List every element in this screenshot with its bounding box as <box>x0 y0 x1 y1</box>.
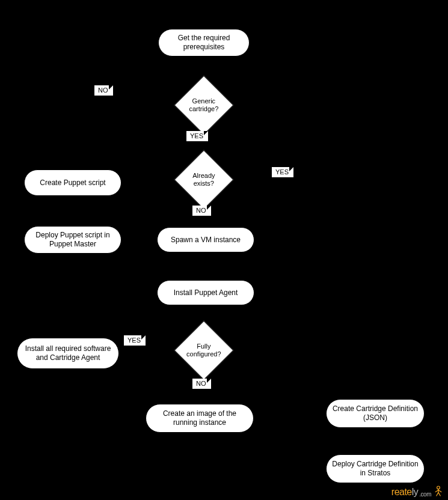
decision-already-exists: Already exists? <box>174 150 234 210</box>
node-get-prerequisites: Get the required prerequisites <box>158 29 250 56</box>
node-spawn-vm: Spawn a VM instance <box>157 227 254 252</box>
node-create-image: Create an image of the running instance <box>146 404 254 433</box>
svg-point-0 <box>437 486 440 489</box>
node-text: Deploy Cartridge Definition in Stratos <box>331 460 419 478</box>
node-text: Create Cartridge Definition (JSON) <box>331 404 419 422</box>
watermark-text-b: ly <box>412 487 419 498</box>
node-install-puppet-agent: Install Puppet Agent <box>157 280 254 305</box>
edge-label-generic-yes: YES <box>186 131 208 141</box>
node-text: Install Puppet Agent <box>174 288 238 297</box>
edge-label-exists-no: NO <box>192 206 211 216</box>
edge-label-configured-no: NO <box>192 379 211 389</box>
label-text: NO <box>196 207 206 214</box>
decision-fully-configured: Fully configured? <box>174 321 234 380</box>
node-text: Deploy Puppet script in Puppet Master <box>29 231 116 249</box>
edge-label-exists-yes: YES <box>272 167 293 177</box>
label-text: NO <box>98 87 108 94</box>
creately-watermark: reately .com <box>391 486 443 498</box>
decision-generic-cartridge: Generic cartridge? <box>174 76 234 135</box>
node-text: Generic cartridge? <box>183 97 224 113</box>
edge-label-generic-no: NO <box>94 85 113 96</box>
node-text: Create an image of the running instance <box>151 409 248 427</box>
label-text: YES <box>127 337 141 344</box>
node-text: Spawn a VM instance <box>171 236 241 245</box>
node-create-puppet-script: Create Puppet script <box>24 169 121 196</box>
node-text: Already exists? <box>183 172 224 188</box>
node-text: Create Puppet script <box>40 178 105 188</box>
label-text: NO <box>196 380 206 387</box>
label-text: YES <box>275 168 289 175</box>
watermark-domain: .com <box>419 491 431 498</box>
node-text: Fully configured? <box>183 343 224 358</box>
node-text: Install all required software and Cartri… <box>22 344 114 362</box>
watermark-text-a: reate <box>391 487 412 498</box>
node-text: Get the required prerequisites <box>164 34 244 52</box>
node-deploy-cartridge-definition: Deploy Cartridge Definition in Stratos <box>326 454 425 483</box>
creately-figure-icon <box>434 486 443 496</box>
node-install-all-required: Install all required software and Cartri… <box>17 338 119 369</box>
node-deploy-puppet-master: Deploy Puppet script in Puppet Master <box>24 226 121 254</box>
edge-label-configured-yes: YES <box>124 335 146 346</box>
label-text: YES <box>190 132 203 139</box>
node-create-cartridge-definition: Create Cartridge Definition (JSON) <box>326 399 425 428</box>
